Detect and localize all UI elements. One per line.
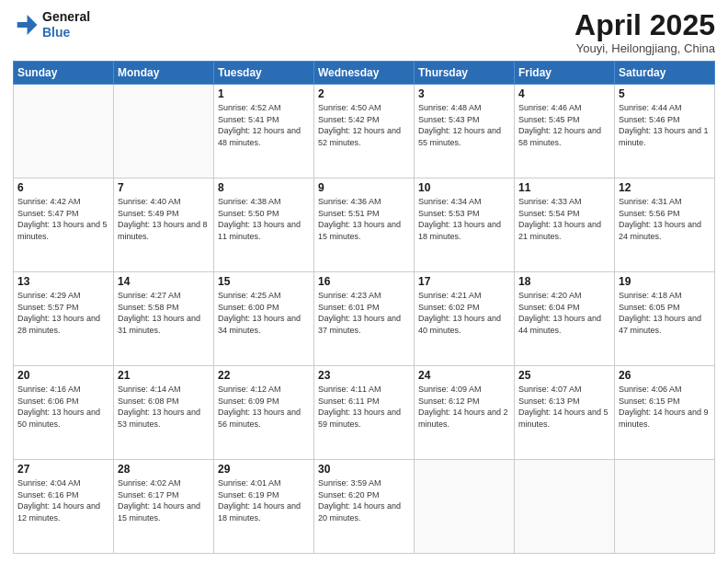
calendar-week-3: 13Sunrise: 4:29 AM Sunset: 5:57 PM Dayli…: [14, 272, 715, 366]
day-number: 12: [619, 181, 711, 194]
day-number: 20: [17, 369, 109, 382]
calendar-week-5: 27Sunrise: 4:04 AM Sunset: 6:16 PM Dayli…: [14, 460, 715, 554]
day-number: 15: [218, 275, 310, 288]
day-number: 19: [619, 275, 711, 288]
day-number: 4: [518, 87, 610, 100]
weekday-header-monday: Monday: [114, 62, 214, 85]
weekday-header-thursday: Thursday: [415, 62, 515, 85]
calendar-cell: [615, 460, 715, 554]
weekday-header-sunday: Sunday: [14, 62, 114, 85]
day-number: 13: [17, 275, 109, 288]
day-info: Sunrise: 4:48 AM Sunset: 5:43 PM Dayligh…: [418, 102, 510, 148]
calendar-cell: 14Sunrise: 4:27 AM Sunset: 5:58 PM Dayli…: [114, 272, 214, 366]
day-info: Sunrise: 4:25 AM Sunset: 6:00 PM Dayligh…: [218, 290, 310, 336]
calendar-cell: 15Sunrise: 4:25 AM Sunset: 6:00 PM Dayli…: [214, 272, 314, 366]
day-number: 18: [518, 275, 610, 288]
day-number: 17: [418, 275, 510, 288]
day-number: 21: [118, 369, 210, 382]
day-number: 10: [418, 181, 510, 194]
calendar-week-2: 6Sunrise: 4:42 AM Sunset: 5:47 PM Daylig…: [14, 178, 715, 272]
day-info: Sunrise: 4:23 AM Sunset: 6:01 PM Dayligh…: [318, 290, 410, 336]
calendar-cell: 10Sunrise: 4:34 AM Sunset: 5:53 PM Dayli…: [415, 178, 515, 272]
calendar-cell: 30Sunrise: 3:59 AM Sunset: 6:20 PM Dayli…: [314, 460, 415, 554]
calendar-cell: 6Sunrise: 4:42 AM Sunset: 5:47 PM Daylig…: [14, 178, 114, 272]
day-info: Sunrise: 4:06 AM Sunset: 6:15 PM Dayligh…: [619, 384, 711, 430]
calendar-cell: 2Sunrise: 4:50 AM Sunset: 5:42 PM Daylig…: [314, 85, 415, 178]
calendar-cell: 26Sunrise: 4:06 AM Sunset: 6:15 PM Dayli…: [615, 366, 715, 460]
day-info: Sunrise: 4:27 AM Sunset: 5:58 PM Dayligh…: [118, 290, 210, 336]
calendar-cell: [14, 85, 114, 178]
day-number: 11: [518, 181, 610, 194]
day-number: 5: [619, 87, 711, 100]
calendar-week-1: 1Sunrise: 4:52 AM Sunset: 5:41 PM Daylig…: [14, 85, 715, 178]
calendar-cell: 25Sunrise: 4:07 AM Sunset: 6:13 PM Dayli…: [515, 366, 615, 460]
calendar-cell: 23Sunrise: 4:11 AM Sunset: 6:11 PM Dayli…: [314, 366, 415, 460]
day-info: Sunrise: 4:20 AM Sunset: 6:04 PM Dayligh…: [518, 290, 610, 336]
day-info: Sunrise: 4:21 AM Sunset: 6:02 PM Dayligh…: [418, 290, 510, 336]
calendar-table: SundayMondayTuesdayWednesdayThursdayFrid…: [13, 61, 715, 554]
day-number: 8: [218, 181, 310, 194]
day-info: Sunrise: 3:59 AM Sunset: 6:20 PM Dayligh…: [318, 477, 410, 523]
day-info: Sunrise: 4:31 AM Sunset: 5:56 PM Dayligh…: [619, 196, 711, 242]
day-info: Sunrise: 4:42 AM Sunset: 5:47 PM Dayligh…: [17, 196, 109, 242]
calendar-cell: 27Sunrise: 4:04 AM Sunset: 6:16 PM Dayli…: [14, 460, 114, 554]
calendar-cell: 12Sunrise: 4:31 AM Sunset: 5:56 PM Dayli…: [615, 178, 715, 272]
calendar-cell: 7Sunrise: 4:40 AM Sunset: 5:49 PM Daylig…: [114, 178, 214, 272]
calendar-cell: 17Sunrise: 4:21 AM Sunset: 6:02 PM Dayli…: [415, 272, 515, 366]
calendar-cell: 19Sunrise: 4:18 AM Sunset: 6:05 PM Dayli…: [615, 272, 715, 366]
calendar-cell: 5Sunrise: 4:44 AM Sunset: 5:46 PM Daylig…: [615, 85, 715, 178]
day-number: 7: [118, 181, 210, 194]
day-info: Sunrise: 4:12 AM Sunset: 6:09 PM Dayligh…: [218, 384, 310, 430]
day-number: 22: [218, 369, 310, 382]
day-number: 26: [619, 369, 711, 382]
weekday-header-row: SundayMondayTuesdayWednesdayThursdayFrid…: [14, 62, 715, 85]
day-info: Sunrise: 4:09 AM Sunset: 6:12 PM Dayligh…: [418, 384, 510, 430]
calendar-week-4: 20Sunrise: 4:16 AM Sunset: 6:06 PM Dayli…: [14, 366, 715, 460]
calendar-cell: 20Sunrise: 4:16 AM Sunset: 6:06 PM Dayli…: [14, 366, 114, 460]
calendar-cell: 11Sunrise: 4:33 AM Sunset: 5:54 PM Dayli…: [515, 178, 615, 272]
calendar-cell: 22Sunrise: 4:12 AM Sunset: 6:09 PM Dayli…: [214, 366, 314, 460]
weekday-header-friday: Friday: [515, 62, 615, 85]
day-number: 25: [518, 369, 610, 382]
page: General Blue April 2025 Youyi, Heilongji…: [0, 0, 728, 563]
day-number: 2: [318, 87, 410, 100]
calendar-cell: 4Sunrise: 4:46 AM Sunset: 5:45 PM Daylig…: [515, 85, 615, 178]
calendar-cell: 24Sunrise: 4:09 AM Sunset: 6:12 PM Dayli…: [415, 366, 515, 460]
day-number: 6: [17, 181, 109, 194]
day-info: Sunrise: 4:18 AM Sunset: 6:05 PM Dayligh…: [619, 290, 711, 336]
day-number: 27: [17, 463, 109, 476]
logo-icon: [13, 12, 39, 38]
weekday-header-wednesday: Wednesday: [314, 62, 415, 85]
location: Youyi, Heilongjiang, China: [574, 41, 715, 55]
day-number: 3: [418, 87, 510, 100]
day-info: Sunrise: 4:29 AM Sunset: 5:57 PM Dayligh…: [17, 290, 109, 336]
calendar-cell: 28Sunrise: 4:02 AM Sunset: 6:17 PM Dayli…: [114, 460, 214, 554]
logo-text: General Blue: [42, 9, 90, 40]
day-info: Sunrise: 4:04 AM Sunset: 6:16 PM Dayligh…: [17, 477, 109, 523]
calendar-cell: 21Sunrise: 4:14 AM Sunset: 6:08 PM Dayli…: [114, 366, 214, 460]
calendar-cell: 1Sunrise: 4:52 AM Sunset: 5:41 PM Daylig…: [214, 85, 314, 178]
calendar-cell: 13Sunrise: 4:29 AM Sunset: 5:57 PM Dayli…: [14, 272, 114, 366]
day-info: Sunrise: 4:02 AM Sunset: 6:17 PM Dayligh…: [118, 477, 210, 523]
day-info: Sunrise: 4:33 AM Sunset: 5:54 PM Dayligh…: [518, 196, 610, 242]
weekday-header-tuesday: Tuesday: [214, 62, 314, 85]
day-number: 9: [318, 181, 410, 194]
day-number: 16: [318, 275, 410, 288]
logo: General Blue: [13, 9, 90, 40]
weekday-header-saturday: Saturday: [615, 62, 715, 85]
calendar-cell: [415, 460, 515, 554]
day-info: Sunrise: 4:07 AM Sunset: 6:13 PM Dayligh…: [518, 384, 610, 430]
day-info: Sunrise: 4:50 AM Sunset: 5:42 PM Dayligh…: [318, 102, 410, 148]
calendar-cell: [114, 85, 214, 178]
calendar-cell: 3Sunrise: 4:48 AM Sunset: 5:43 PM Daylig…: [415, 85, 515, 178]
day-number: 24: [418, 369, 510, 382]
day-info: Sunrise: 4:46 AM Sunset: 5:45 PM Dayligh…: [518, 102, 610, 148]
day-number: 1: [218, 87, 310, 100]
day-info: Sunrise: 4:40 AM Sunset: 5:49 PM Dayligh…: [118, 196, 210, 242]
day-number: 30: [318, 463, 410, 476]
calendar-cell: 9Sunrise: 4:36 AM Sunset: 5:51 PM Daylig…: [314, 178, 415, 272]
day-number: 28: [118, 463, 210, 476]
calendar-cell: 8Sunrise: 4:38 AM Sunset: 5:50 PM Daylig…: [214, 178, 314, 272]
svg-marker-0: [17, 15, 38, 35]
day-info: Sunrise: 4:52 AM Sunset: 5:41 PM Dayligh…: [218, 102, 310, 148]
